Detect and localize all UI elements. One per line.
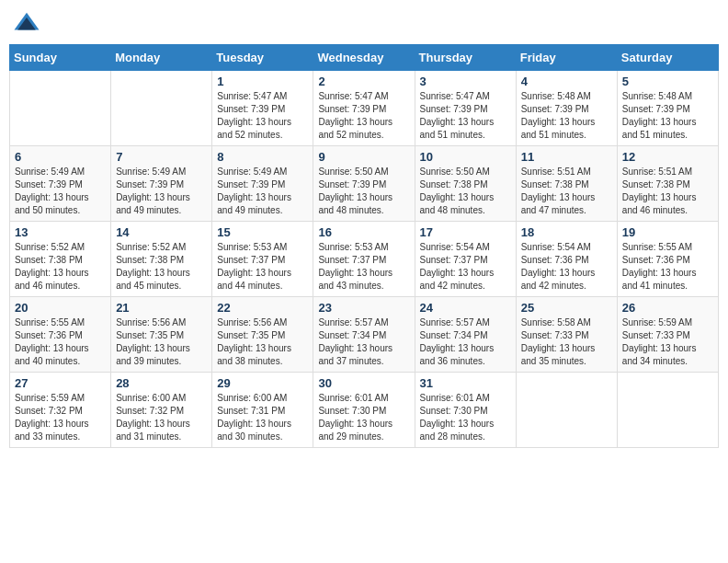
day-info: Sunrise: 5:52 AMSunset: 7:38 PMDaylight:… bbox=[15, 241, 106, 293]
day-info: Sunrise: 5:52 AMSunset: 7:38 PMDaylight:… bbox=[116, 241, 207, 293]
day-info: Sunrise: 5:49 AMSunset: 7:39 PMDaylight:… bbox=[217, 166, 308, 217]
logo bbox=[13, 9, 44, 37]
calendar-cell: 13Sunrise: 5:52 AMSunset: 7:38 PMDayligh… bbox=[10, 222, 111, 297]
week-row-4: 20Sunrise: 5:55 AMSunset: 7:36 PMDayligh… bbox=[10, 297, 719, 373]
calendar-cell: 1Sunrise: 5:47 AMSunset: 7:39 PMDaylight… bbox=[212, 71, 313, 146]
day-number: 27 bbox=[15, 376, 106, 390]
page-header bbox=[9, 9, 719, 37]
calendar-cell: 30Sunrise: 6:01 AMSunset: 7:30 PMDayligh… bbox=[313, 373, 415, 448]
day-info: Sunrise: 5:59 AMSunset: 7:33 PMDaylight:… bbox=[622, 316, 713, 368]
calendar-cell bbox=[10, 71, 111, 146]
day-number: 22 bbox=[217, 301, 308, 315]
calendar-cell: 15Sunrise: 5:53 AMSunset: 7:37 PMDayligh… bbox=[212, 222, 313, 297]
calendar-cell: 11Sunrise: 5:51 AMSunset: 7:38 PMDayligh… bbox=[516, 146, 617, 222]
calendar-cell: 5Sunrise: 5:48 AMSunset: 7:39 PMDaylight… bbox=[617, 71, 718, 146]
day-number: 24 bbox=[420, 301, 511, 315]
day-number: 15 bbox=[217, 225, 308, 239]
day-number: 29 bbox=[217, 376, 308, 390]
day-info: Sunrise: 5:53 AMSunset: 7:37 PMDaylight:… bbox=[318, 241, 409, 293]
calendar-cell: 18Sunrise: 5:54 AMSunset: 7:36 PMDayligh… bbox=[516, 222, 617, 297]
calendar-cell: 24Sunrise: 5:57 AMSunset: 7:34 PMDayligh… bbox=[415, 297, 516, 373]
calendar-cell: 21Sunrise: 5:56 AMSunset: 7:35 PMDayligh… bbox=[111, 297, 212, 373]
day-info: Sunrise: 6:00 AMSunset: 7:31 PMDaylight:… bbox=[217, 392, 308, 443]
day-number: 6 bbox=[15, 150, 106, 164]
day-number: 26 bbox=[622, 301, 713, 315]
calendar-cell: 6Sunrise: 5:49 AMSunset: 7:39 PMDaylight… bbox=[10, 146, 111, 222]
day-info: Sunrise: 5:48 AMSunset: 7:39 PMDaylight:… bbox=[622, 90, 713, 142]
day-info: Sunrise: 5:49 AMSunset: 7:39 PMDaylight:… bbox=[116, 166, 207, 217]
day-info: Sunrise: 5:50 AMSunset: 7:39 PMDaylight:… bbox=[318, 166, 409, 217]
day-info: Sunrise: 5:51 AMSunset: 7:38 PMDaylight:… bbox=[622, 166, 713, 217]
calendar-cell: 3Sunrise: 5:47 AMSunset: 7:39 PMDaylight… bbox=[415, 71, 516, 146]
calendar-cell: 10Sunrise: 5:50 AMSunset: 7:38 PMDayligh… bbox=[415, 146, 516, 222]
day-number: 13 bbox=[15, 225, 106, 239]
day-number: 23 bbox=[318, 301, 409, 315]
day-number: 5 bbox=[622, 75, 713, 88]
calendar-cell: 28Sunrise: 6:00 AMSunset: 7:32 PMDayligh… bbox=[111, 373, 212, 448]
day-number: 28 bbox=[116, 376, 207, 390]
day-info: Sunrise: 5:54 AMSunset: 7:37 PMDaylight:… bbox=[420, 241, 511, 293]
calendar-cell: 14Sunrise: 5:52 AMSunset: 7:38 PMDayligh… bbox=[111, 222, 212, 297]
calendar-cell: 12Sunrise: 5:51 AMSunset: 7:38 PMDayligh… bbox=[617, 146, 718, 222]
day-info: Sunrise: 5:58 AMSunset: 7:33 PMDaylight:… bbox=[521, 316, 612, 368]
day-number: 11 bbox=[521, 150, 612, 164]
day-number: 16 bbox=[318, 225, 409, 239]
header-tuesday: Tuesday bbox=[212, 45, 313, 71]
day-number: 3 bbox=[420, 75, 511, 88]
week-row-1: 1Sunrise: 5:47 AMSunset: 7:39 PMDaylight… bbox=[10, 71, 719, 146]
header-wednesday: Wednesday bbox=[313, 45, 415, 71]
day-info: Sunrise: 5:50 AMSunset: 7:38 PMDaylight:… bbox=[420, 166, 511, 217]
day-number: 10 bbox=[420, 150, 511, 164]
day-number: 7 bbox=[116, 150, 207, 164]
calendar-cell: 17Sunrise: 5:54 AMSunset: 7:37 PMDayligh… bbox=[415, 222, 516, 297]
day-info: Sunrise: 5:47 AMSunset: 7:39 PMDaylight:… bbox=[217, 90, 308, 142]
calendar-cell: 9Sunrise: 5:50 AMSunset: 7:39 PMDaylight… bbox=[313, 146, 415, 222]
week-row-2: 6Sunrise: 5:49 AMSunset: 7:39 PMDaylight… bbox=[10, 146, 719, 222]
day-info: Sunrise: 6:00 AMSunset: 7:32 PMDaylight:… bbox=[116, 392, 207, 443]
calendar-cell: 29Sunrise: 6:00 AMSunset: 7:31 PMDayligh… bbox=[212, 373, 313, 448]
calendar-cell: 20Sunrise: 5:55 AMSunset: 7:36 PMDayligh… bbox=[10, 297, 111, 373]
day-number: 12 bbox=[622, 150, 713, 164]
day-number: 8 bbox=[217, 150, 308, 164]
header-friday: Friday bbox=[516, 45, 617, 71]
day-info: Sunrise: 5:57 AMSunset: 7:34 PMDaylight:… bbox=[420, 316, 511, 368]
calendar-cell: 4Sunrise: 5:48 AMSunset: 7:39 PMDaylight… bbox=[516, 71, 617, 146]
day-number: 17 bbox=[420, 225, 511, 239]
week-row-3: 13Sunrise: 5:52 AMSunset: 7:38 PMDayligh… bbox=[10, 222, 719, 297]
calendar-header-row: SundayMondayTuesdayWednesdayThursdayFrid… bbox=[10, 45, 719, 71]
day-number: 25 bbox=[521, 301, 612, 315]
header-thursday: Thursday bbox=[415, 45, 516, 71]
day-info: Sunrise: 5:56 AMSunset: 7:35 PMDaylight:… bbox=[116, 316, 207, 368]
day-info: Sunrise: 5:54 AMSunset: 7:36 PMDaylight:… bbox=[521, 241, 612, 293]
header-sunday: Sunday bbox=[10, 45, 111, 71]
calendar-cell: 7Sunrise: 5:49 AMSunset: 7:39 PMDaylight… bbox=[111, 146, 212, 222]
day-number: 9 bbox=[318, 150, 409, 164]
calendar-cell: 22Sunrise: 5:56 AMSunset: 7:35 PMDayligh… bbox=[212, 297, 313, 373]
calendar-cell bbox=[617, 373, 718, 448]
day-info: Sunrise: 5:59 AMSunset: 7:32 PMDaylight:… bbox=[15, 392, 106, 443]
calendar-cell: 19Sunrise: 5:55 AMSunset: 7:36 PMDayligh… bbox=[617, 222, 718, 297]
day-number: 21 bbox=[116, 301, 207, 315]
day-info: Sunrise: 5:48 AMSunset: 7:39 PMDaylight:… bbox=[521, 90, 612, 142]
day-info: Sunrise: 5:56 AMSunset: 7:35 PMDaylight:… bbox=[217, 316, 308, 368]
header-monday: Monday bbox=[111, 45, 212, 71]
day-number: 14 bbox=[116, 225, 207, 239]
day-info: Sunrise: 5:51 AMSunset: 7:38 PMDaylight:… bbox=[521, 166, 612, 217]
day-number: 19 bbox=[622, 225, 713, 239]
day-info: Sunrise: 5:47 AMSunset: 7:39 PMDaylight:… bbox=[318, 90, 409, 142]
day-info: Sunrise: 6:01 AMSunset: 7:30 PMDaylight:… bbox=[420, 392, 511, 443]
logo-icon bbox=[13, 9, 40, 37]
calendar-table: SundayMondayTuesdayWednesdayThursdayFrid… bbox=[9, 44, 719, 448]
calendar-cell bbox=[111, 71, 212, 146]
day-number: 1 bbox=[217, 75, 308, 88]
day-info: Sunrise: 5:55 AMSunset: 7:36 PMDaylight:… bbox=[15, 316, 106, 368]
calendar-cell: 2Sunrise: 5:47 AMSunset: 7:39 PMDaylight… bbox=[313, 71, 415, 146]
calendar-cell: 25Sunrise: 5:58 AMSunset: 7:33 PMDayligh… bbox=[516, 297, 617, 373]
day-info: Sunrise: 5:55 AMSunset: 7:36 PMDaylight:… bbox=[622, 241, 713, 293]
calendar-cell: 31Sunrise: 6:01 AMSunset: 7:30 PMDayligh… bbox=[415, 373, 516, 448]
day-info: Sunrise: 5:47 AMSunset: 7:39 PMDaylight:… bbox=[420, 90, 511, 142]
calendar-cell: 23Sunrise: 5:57 AMSunset: 7:34 PMDayligh… bbox=[313, 297, 415, 373]
day-number: 30 bbox=[318, 376, 409, 390]
calendar-cell: 8Sunrise: 5:49 AMSunset: 7:39 PMDaylight… bbox=[212, 146, 313, 222]
day-number: 4 bbox=[521, 75, 612, 88]
